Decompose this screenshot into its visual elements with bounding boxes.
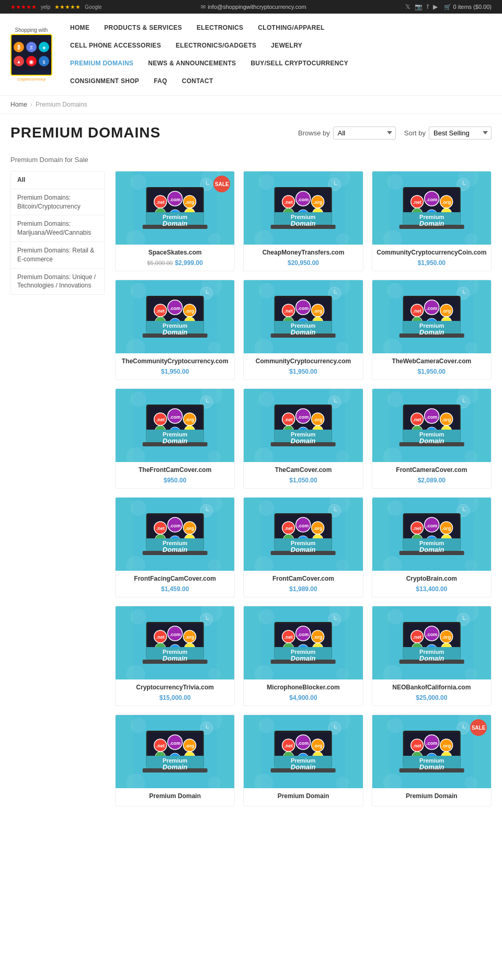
product-info: TheWebCameraCover.com $1,950.00 — [372, 353, 491, 379]
product-card[interactable]: .net .com .org Premium Domain TheCommuni… — [115, 280, 235, 380]
svg-text:Domain: Domain — [291, 546, 316, 554]
sidebar-item-marijuana[interactable]: Premium Domains: Marijuana/Weed/Cannabis — [11, 215, 104, 242]
product-price: $2,089.00 — [418, 477, 446, 484]
product-info: Premium Domain — [116, 788, 234, 806]
nav-electronics[interactable]: ELECTRONICS — [189, 21, 250, 34]
product-info: SpaceSkates.com $5,000.00$2,999.00 — [116, 245, 234, 271]
svg-point-38 — [259, 174, 275, 190]
product-card[interactable]: .net .com .org Premium Domain CryptoBrai… — [372, 497, 492, 597]
nav-premium-domains[interactable]: PREMIUM DOMAINS — [63, 56, 141, 70]
facebook-icon[interactable]: f — [427, 3, 428, 10]
product-name: TheCamCover.com — [248, 466, 358, 474]
browse-filter: Browse by All — [298, 126, 396, 140]
sidebar-item-unique[interactable]: Premium Domains: Unique / Technologies /… — [11, 269, 104, 295]
product-name: TheWebCameraCover.com — [376, 358, 487, 365]
product-image: .net .com .org Premium Domain — [244, 606, 362, 679]
nav-buy-sell[interactable]: BUY/SELL CRYPTOCURRENCY — [243, 56, 356, 70]
product-info: Premium Domain — [244, 788, 362, 806]
nav-news[interactable]: NEWS & ANNOUNCEMENTS — [141, 56, 243, 70]
product-price: $1,989.00 — [289, 585, 317, 593]
svg-text:Domain: Domain — [291, 654, 316, 662]
product-card[interactable]: .net .com .org Premium Domain FrontCamCo… — [243, 497, 363, 597]
product-price: $1,950.00 — [418, 259, 446, 267]
youtube-icon[interactable]: ▶ — [433, 3, 438, 10]
sidebar: All Premium Domains: Bitcoin/Cryptocurre… — [10, 171, 105, 806]
product-card[interactable]: .net .com .org Premium Domain Premium Do… — [243, 714, 363, 806]
page-content: PREMIUM DOMAINS Browse by All Sort by Be… — [0, 114, 502, 817]
svg-point-62 — [387, 174, 403, 190]
svg-point-110 — [259, 283, 275, 298]
svg-text:$: $ — [42, 60, 45, 65]
nav-cell-phone[interactable]: CELL PHONE ACCESSORIES — [63, 39, 168, 52]
product-card[interactable]: .net .com .org Premium Domain TheFrontCa… — [115, 388, 235, 489]
twitter-icon[interactable]: 𝕏 — [405, 3, 410, 10]
sort-filter: Sort by Best Selling — [404, 126, 492, 140]
product-card[interactable]: .net .com .org Premium Domain FrontFacin… — [115, 497, 235, 597]
product-card[interactable]: .net .com .org Premium Domain NEOBankofC… — [372, 606, 492, 706]
svg-text:Domain: Domain — [163, 437, 188, 445]
product-card[interactable]: .net .com .org Premium Domain CommunityC… — [372, 171, 492, 271]
nav-contact[interactable]: CONTACT — [175, 74, 221, 88]
svg-text:Domain: Domain — [291, 328, 316, 336]
product-card[interactable]: SALE .net .com .org Premium Domain — [372, 714, 492, 806]
product-info: FrontCameraCover.com $2,089.00 — [372, 462, 491, 488]
product-card[interactable]: .net .com .org Premium Domain Premium Do… — [115, 714, 235, 806]
logo-area[interactable]: Shopping with ₿ Ξ ◈ ▲ ◉ $ Cryptocurrency — [10, 27, 52, 82]
svg-point-350 — [387, 609, 403, 625]
email-icon: ✉ — [201, 4, 206, 10]
logo-text-below: Cryptocurrency — [17, 77, 45, 82]
nav-home[interactable]: HOME — [63, 21, 97, 34]
svg-point-134 — [387, 283, 403, 298]
sidebar-item-retail[interactable]: Premium Domains: Retail & E-commerce — [11, 242, 104, 269]
sidebar-item-all[interactable]: All — [11, 171, 104, 189]
sidebar-item-bitcoin[interactable]: Premium Domains: Bitcoin/Cryptocurrency — [11, 189, 104, 216]
svg-point-278 — [387, 500, 403, 516]
collection-subtitle: Premium Domain for Sale — [10, 156, 492, 164]
svg-text:Domain: Domain — [419, 763, 444, 771]
cart-area[interactable]: 🛒 0 items ($0.00) — [444, 4, 492, 10]
product-name: CommunityCryptocurrencyCoin.com — [376, 249, 487, 256]
product-image: .net .com .org Premium Domain — [372, 498, 491, 571]
product-grid: SALE .net .com .org Premium Domain — [115, 171, 492, 806]
yelp-rating: ★★★★★ — [10, 4, 37, 10]
nav-consignment[interactable]: CONSIGNMENT SHOP — [63, 74, 146, 88]
nav-jewelry[interactable]: JEWELRY — [264, 39, 310, 52]
nav-faq[interactable]: FAQ — [146, 74, 175, 88]
product-card[interactable]: SALE .net .com .org Premium Domain — [115, 171, 235, 271]
product-image: .net .com .org Premium Domain — [116, 389, 234, 462]
svg-text:Domain: Domain — [419, 654, 444, 662]
product-card[interactable]: .net .com .org Premium Domain Cryptocurr… — [115, 606, 235, 706]
nav-electronics-gadgets[interactable]: ELECTRONICS/GADGETS — [168, 39, 264, 52]
sidebar-list: All Premium Domains: Bitcoin/Cryptocurre… — [10, 171, 105, 295]
nav-products[interactable]: PRODUCTS & SERVICES — [97, 21, 189, 34]
product-card[interactable]: .net .com .org Premium Domain CommunityC… — [243, 280, 363, 380]
price-area: $5,000.00$2,999.00 — [120, 258, 230, 267]
top-bar-right: 𝕏 📷 f ▶ 🛒 0 items ($0.00) — [405, 3, 492, 10]
product-price: $25,000.00 — [416, 694, 447, 701]
product-card[interactable]: .net .com .org Premium Domain FrontCamer… — [372, 388, 492, 489]
svg-text:Domain: Domain — [163, 654, 188, 662]
browse-select[interactable]: All — [333, 126, 396, 140]
instagram-icon[interactable]: 📷 — [415, 3, 423, 10]
google-label: Google — [85, 4, 101, 10]
nav-row-4: CONSIGNMENT SHOP FAQ CONTACT — [63, 72, 492, 90]
product-info: TheCommunityCryptocurrency.com $1,950.00 — [116, 353, 234, 379]
nav-clothing[interactable]: CLOTHING/APPAREL — [250, 21, 332, 34]
product-name: CryptocurrencyTrivia.com — [120, 684, 230, 691]
product-card[interactable]: .net .com .org Premium Domain Microphone… — [243, 606, 363, 706]
svg-text:▲: ▲ — [17, 59, 21, 64]
svg-text:Domain: Domain — [163, 763, 188, 771]
social-icons: 𝕏 📷 f ▶ — [405, 3, 437, 10]
sale-price: $2,999.00 — [175, 259, 202, 267]
product-card[interactable]: .net .com .org Premium Domain CheapMoney… — [243, 171, 363, 271]
breadcrumb-separator: › — [30, 101, 32, 108]
price-area: $2,089.00 — [376, 476, 487, 484]
breadcrumb-home[interactable]: Home — [10, 101, 27, 108]
product-name: Premium Domain — [248, 792, 358, 800]
product-name: NEOBankofCalifornia.com — [376, 684, 487, 691]
price-area: $4,900.00 — [248, 693, 358, 701]
sort-select[interactable]: Best Selling — [429, 126, 492, 140]
product-card[interactable]: .net .com .org Premium Domain TheWebCame… — [372, 280, 492, 380]
product-info: Premium Domain — [372, 788, 491, 806]
product-card[interactable]: .net .com .org Premium Domain TheCamCove… — [243, 388, 363, 489]
